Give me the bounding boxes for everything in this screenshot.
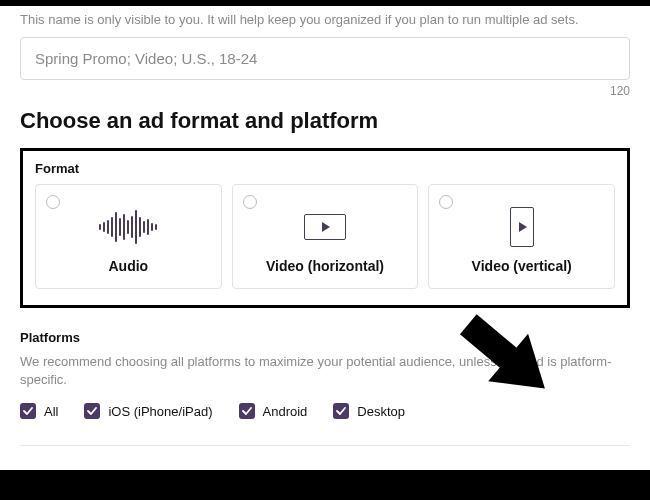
video-horizontal-icon (304, 201, 346, 252)
platform-checkbox-desktop[interactable]: Desktop (333, 403, 405, 419)
format-option-video-vertical[interactable]: Video (vertical) (428, 184, 615, 289)
platform-checkbox-all[interactable]: All (20, 403, 58, 419)
platform-checkbox-ios[interactable]: iOS (iPhone/iPad) (84, 403, 212, 419)
format-section: Format Audio Video (horizontal) (20, 148, 630, 308)
platforms-section: Platforms We recommend choosing all plat… (20, 330, 630, 419)
platforms-description: We recommend choosing all platforms to m… (20, 353, 620, 389)
platform-label: Desktop (357, 404, 405, 419)
name-helper-text: This name is only visible to you. It wil… (20, 12, 630, 27)
name-char-counter: 120 (20, 84, 630, 98)
platforms-section-title: Platforms (20, 330, 630, 345)
format-option-label: Video (vertical) (472, 258, 572, 274)
format-section-title: Format (35, 161, 615, 176)
format-option-label: Audio (109, 258, 149, 274)
platforms-checkboxes: All iOS (iPhone/iPad) Android Desktop (20, 403, 630, 419)
platform-label: All (44, 404, 58, 419)
radio-icon (243, 195, 257, 209)
video-vertical-icon (510, 201, 534, 252)
format-option-video-horizontal[interactable]: Video (horizontal) (232, 184, 419, 289)
format-options: Audio Video (horizontal) Video (vertical… (35, 184, 615, 289)
radio-icon (439, 195, 453, 209)
audio-waveform-icon (99, 201, 157, 252)
platform-checkbox-android[interactable]: Android (239, 403, 308, 419)
page-title: Choose an ad format and platform (20, 108, 630, 134)
window-bottom-border (0, 470, 650, 500)
platform-label: iOS (iPhone/iPad) (108, 404, 212, 419)
checkbox-checked-icon (84, 403, 100, 419)
checkbox-checked-icon (333, 403, 349, 419)
divider (20, 445, 630, 446)
checkbox-checked-icon (20, 403, 36, 419)
checkbox-checked-icon (239, 403, 255, 419)
format-option-audio[interactable]: Audio (35, 184, 222, 289)
adset-name-input[interactable] (20, 37, 630, 80)
radio-icon (46, 195, 60, 209)
window-top-border (0, 0, 650, 6)
format-option-label: Video (horizontal) (266, 258, 384, 274)
page-content: This name is only visible to you. It wil… (0, 12, 650, 446)
platform-label: Android (263, 404, 308, 419)
